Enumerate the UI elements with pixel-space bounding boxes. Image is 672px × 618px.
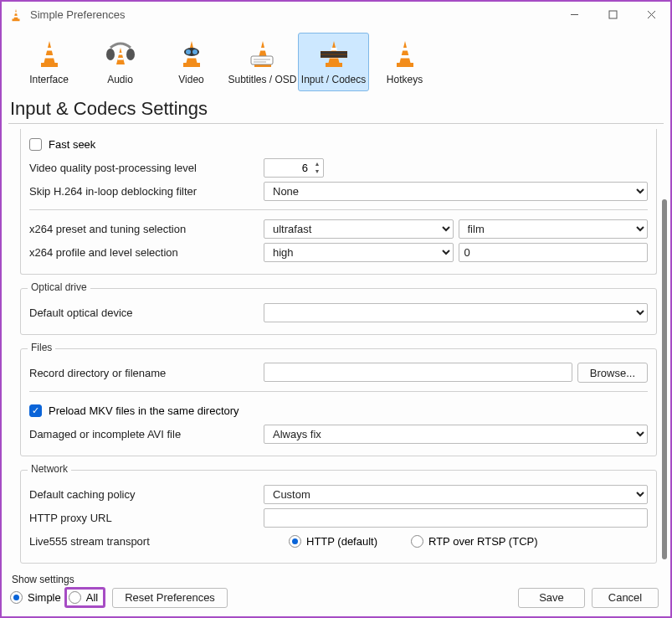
video-quality-value: 6	[264, 162, 311, 174]
damaged-avi-select[interactable]: Always fix	[264, 425, 648, 444]
svg-point-11	[126, 49, 135, 60]
close-button[interactable]	[632, 3, 670, 28]
category-subtitles[interactable]: Subtitles / OSD	[227, 33, 298, 91]
svg-rect-13	[117, 58, 123, 60]
category-toolbar: Interface Audio Video Subtitles / OSD In…	[2, 28, 670, 95]
http-proxy-input[interactable]	[264, 508, 648, 528]
x264-level-input[interactable]	[459, 243, 649, 262]
svg-rect-31	[397, 63, 413, 67]
category-label: Interface	[29, 74, 69, 85]
simple-radio-option[interactable]: Simple	[10, 591, 61, 604]
skip-deblocking-label: Skip H.264 in-loop deblocking filter	[29, 185, 264, 198]
svg-rect-2	[14, 15, 18, 17]
reset-preferences-button[interactable]: Reset Preferences	[112, 588, 228, 608]
category-label: Hotkeys	[387, 74, 423, 85]
vlc-app-icon	[8, 8, 23, 23]
svg-rect-14	[183, 63, 200, 67]
record-dir-input[interactable]	[264, 363, 572, 382]
settings-content: Fast seek Video quality post-processing …	[2, 124, 670, 570]
files-group: Files Record directory or filename Brows…	[20, 348, 657, 456]
simple-radio-label: Simple	[28, 591, 61, 604]
svg-rect-0	[13, 18, 20, 21]
category-interface[interactable]: Interface	[13, 33, 85, 91]
rtp-radio-option[interactable]: RTP over RTSP (TCP)	[411, 535, 538, 548]
svg-rect-33	[401, 55, 409, 59]
preferences-window: Simple Preferences Interface Audio Video…	[0, 0, 672, 618]
all-radio-highlight: All	[64, 587, 105, 608]
svg-rect-9	[45, 55, 54, 59]
cancel-button[interactable]: Cancel	[592, 588, 659, 608]
radio-icon	[411, 535, 423, 548]
category-video[interactable]: Video	[156, 33, 227, 91]
spin-up-icon[interactable]: ▲	[311, 160, 323, 167]
caching-policy-select[interactable]: Custom	[264, 485, 648, 504]
x264-profile-label: x264 profile and level selection	[29, 246, 264, 259]
fast-seek-label: Fast seek	[49, 138, 95, 151]
radio-icon	[69, 591, 81, 604]
svg-rect-29	[321, 52, 347, 54]
svg-rect-32	[402, 48, 408, 51]
maximize-button[interactable]	[593, 3, 632, 28]
browse-button[interactable]: Browse...	[577, 363, 648, 383]
category-label: Subtitles / OSD	[228, 74, 296, 85]
record-dir-label: Record directory or filename	[29, 367, 264, 379]
svg-rect-21	[259, 48, 265, 51]
svg-rect-25	[326, 63, 342, 67]
optical-device-label: Default optical device	[29, 306, 264, 319]
audio-icon	[100, 37, 141, 72]
window-title: Simple Preferences	[30, 8, 555, 21]
svg-point-18	[186, 49, 191, 54]
x264-preset-select[interactable]: ultrafast	[264, 219, 454, 239]
network-legend: Network	[28, 463, 71, 475]
video-icon	[172, 37, 212, 72]
codecs-icon	[314, 37, 354, 72]
http-radio-option[interactable]: HTTP (default)	[289, 535, 377, 548]
category-audio[interactable]: Audio	[85, 33, 156, 91]
category-label: Audio	[107, 74, 133, 85]
optical-legend: Optical drive	[28, 281, 90, 293]
category-hotkeys[interactable]: Hotkeys	[369, 33, 440, 91]
svg-rect-12	[118, 53, 122, 55]
divider	[29, 209, 648, 210]
hotkeys-icon	[385, 37, 425, 72]
all-radio-option[interactable]: All	[69, 591, 98, 604]
http-radio-label: HTTP (default)	[306, 535, 377, 548]
category-label: Input / Codecs	[301, 74, 366, 85]
network-group: Network Default caching policy Custom HT…	[20, 470, 657, 564]
caching-policy-label: Default caching policy	[29, 488, 264, 501]
minimize-button[interactable]	[555, 3, 593, 28]
subtitles-icon	[243, 37, 283, 72]
save-button[interactable]: Save	[518, 588, 585, 608]
svg-rect-1	[14, 12, 17, 13]
interface-icon	[29, 37, 69, 72]
spin-down-icon[interactable]: ▼	[311, 167, 323, 175]
all-radio-label: All	[86, 591, 98, 604]
category-input-codecs[interactable]: Input / Codecs	[298, 33, 369, 91]
svg-rect-7	[41, 63, 58, 67]
show-settings-legend: Show settings	[12, 574, 659, 585]
x264-profile-select[interactable]: high	[264, 243, 454, 262]
svg-rect-26	[331, 48, 336, 51]
radio-icon	[289, 535, 301, 548]
fast-seek-checkbox[interactable]	[29, 138, 42, 151]
radio-icon	[10, 591, 23, 604]
preload-mkv-label: Preload MKV files in the same directory	[49, 404, 239, 417]
video-quality-spinner[interactable]: 6 ▲▼	[264, 158, 324, 178]
footer: Show settings Simple All Reset Preferenc…	[2, 570, 670, 616]
x264-tuning-select[interactable]: film	[459, 219, 649, 239]
files-legend: Files	[28, 342, 55, 353]
optical-device-select[interactable]	[264, 303, 648, 322]
page-title: Input & Codecs Settings	[2, 95, 670, 121]
svg-rect-22	[251, 56, 273, 64]
vertical-scrollbar[interactable]	[662, 199, 667, 559]
titlebar: Simple Preferences	[2, 2, 670, 28]
fast-seek-row: Fast seek	[29, 134, 648, 154]
preload-mkv-checkbox[interactable]: ✓	[29, 404, 42, 417]
skip-deblocking-select[interactable]: None	[264, 182, 648, 201]
damaged-avi-label: Damaged or incomplete AVI file	[29, 428, 264, 440]
live555-label: Live555 stream transport	[29, 535, 264, 548]
optical-group: Optical drive Default optical device	[20, 288, 657, 335]
svg-rect-4	[609, 11, 617, 18]
svg-point-19	[192, 49, 197, 54]
http-proxy-label: HTTP proxy URL	[29, 512, 264, 524]
